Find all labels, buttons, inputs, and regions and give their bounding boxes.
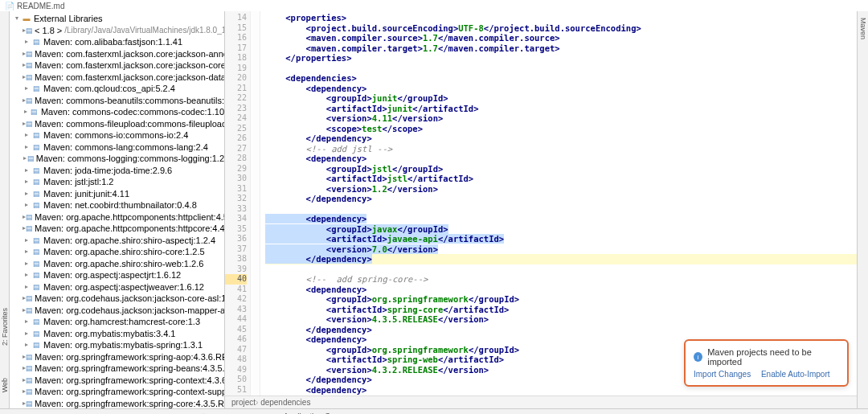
left-toolstrip: 2: Favorites Web [0,11,10,408]
tree-item[interactable]: ▸▤< 1.8 >/Library/Java/JavaVirtualMachin… [13,25,224,37]
tree-item[interactable]: ▸▤Maven: org.aspectj:aspectjrt:1.6.12 [13,269,224,281]
tree-item[interactable]: ▸▤Maven: jstl:jstl:1.2 [13,176,224,188]
tree-item[interactable]: ▸▤Maven: org.springframework:spring-bean… [13,363,224,375]
tree-item[interactable]: ▸▤Maven: org.apache.shiro:shiro-web:1.2.… [13,258,224,270]
notification-title: Maven projects need to be imported [707,347,839,367]
info-icon: i [694,352,702,362]
tree-item[interactable]: ▸▤Maven: joda-time:joda-time:2.9.6 [13,165,224,177]
tree-item[interactable]: ▸▤Maven: com.fasterxml.jackson.core:jack… [13,72,224,84]
tree-item[interactable]: ▸▤Maven: org.aspectj:aspectjweaver:1.6.1… [13,281,224,293]
tree-item[interactable]: ▸▤Maven: org.springframework:spring-cont… [13,386,224,398]
tree-item[interactable]: ▸▤Maven: org.apache.httpcomponents:httpc… [13,211,224,223]
tree-item[interactable]: ▸▤Maven: net.coobird:thumbnailator:0.4.8 [13,199,224,211]
tab-readme[interactable]: 📄 README.md [0,2,69,10]
tree-item[interactable]: ▸▤Maven: org.mybatis:mybatis-spring:1.3.… [13,339,224,351]
tree-item[interactable]: ▸▤Maven: commons-logging:commons-logging… [13,153,224,165]
favorites-tool[interactable]: 2: Favorites [1,308,9,346]
fold-column[interactable] [251,11,260,408]
breadcrumb-item[interactable]: project [231,398,256,407]
import-changes-link[interactable]: Import Changes [694,370,751,379]
editor-tabs: 📄 README.md [0,0,868,11]
tree-item[interactable]: ▸▤Maven: com.alibaba:fastjson:1.1.41 [13,36,224,48]
tree-item[interactable]: ▸▤Maven: commons-beanutils:commons-beanu… [13,95,224,107]
tab-label: README.md [17,2,64,10]
tree-item[interactable]: ▸▤Maven: org.apache.shiro:shiro-aspectj:… [13,235,224,247]
tree-item[interactable]: ▸▤Maven: org.apache.httpcomponents:httpc… [13,223,224,235]
tree-item[interactable]: ▾▬External Libraries [13,13,224,25]
breadcrumb-item[interactable]: dependencies [256,398,310,407]
tree-item[interactable]: ▸▤Maven: org.springframework:spring-aop:… [13,351,224,363]
tree-item[interactable]: ▸▤Maven: commons-lang:commons-lang:2.4 [13,141,224,154]
web-tool[interactable]: Web [1,378,9,392]
status-bar: ⬚ Version Control ▣ Terminal ✉ 0: Messag… [0,408,868,414]
line-gutter[interactable]: 1415161718192021222324252627282930313233… [225,11,251,408]
tree-item[interactable]: ▸▤Maven: org.springframework:spring-cont… [13,375,224,387]
tree-item[interactable]: ▸▤Maven: org.codehaus.jackson:jackson-ma… [13,305,224,317]
right-toolstrip: Maven [857,11,868,408]
maven-tool[interactable]: Maven [859,18,867,39]
tree-item[interactable]: ▸▤Maven: org.hamcrest:hamcrest-core:1.3 [13,316,224,328]
tree-item[interactable]: ▸▤Maven: commons-fileupload:commons-file… [13,118,224,130]
tree-item[interactable]: ▸▤Maven: commons-codec:commons-codec:1.1… [13,106,224,118]
tree-item[interactable]: ▸▤Maven: org.springframework:spring-core… [13,398,224,409]
tree-item[interactable]: ▸▤Maven: org.mybatis:mybatis:3.4.1 [13,328,224,340]
file-icon: 📄 [5,2,14,10]
tree-item[interactable]: ▸▤Maven: org.codehaus.jackson:jackson-co… [13,293,224,305]
editor-breadcrumb[interactable]: project dependencies [225,396,857,408]
tree-item[interactable]: ▸▤Maven: commons-io:commons-io:2.4 [13,129,224,141]
tree-item[interactable]: ▸▤Maven: junit:junit:4.11 [13,188,224,200]
tree-item[interactable]: ▸▤Maven: com.qcloud:cos_api:5.2.4 [13,83,224,95]
project-tree[interactable]: ▾▬External Libraries▸▤< 1.8 >/Library/Ja… [10,11,225,408]
enable-autoimport-link[interactable]: Enable Auto-Import [761,370,830,379]
tree-item[interactable]: ▸▤Maven: com.fasterxml.jackson.core:jack… [13,48,224,60]
tree-item[interactable]: ▸▤Maven: org.apache.shiro:shiro-core:1.2… [13,246,224,258]
maven-import-notification: i Maven projects need to be imported Imp… [684,339,849,387]
tree-item[interactable]: ▸▤Maven: com.fasterxml.jackson.core:jack… [13,59,224,72]
